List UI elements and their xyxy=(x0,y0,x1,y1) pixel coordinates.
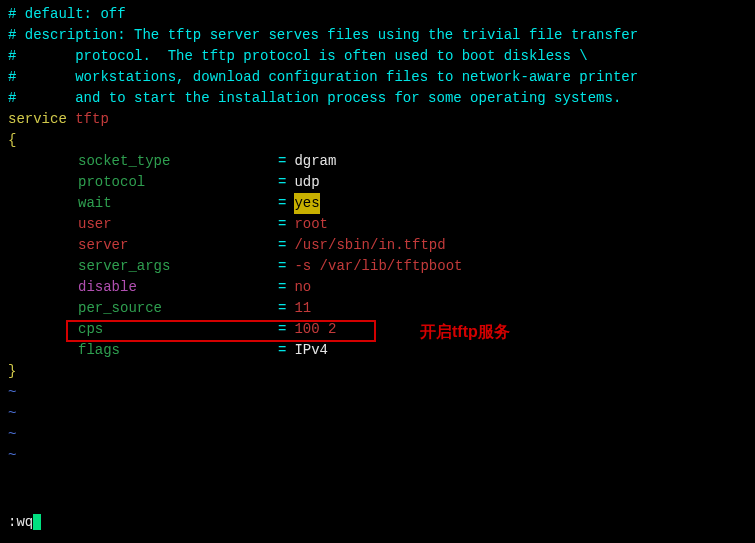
config-row-socket-type: socket_type=dgram xyxy=(8,151,747,172)
vim-tilde: ~ xyxy=(8,403,747,424)
config-row-wait: wait=yes xyxy=(8,193,747,214)
config-value: 100 2 xyxy=(294,319,336,340)
config-value: root xyxy=(294,214,328,235)
equals-sign: = xyxy=(278,277,286,298)
config-row-cps: cps=100 2 xyxy=(8,319,747,340)
config-row-flags: flags=IPv4 xyxy=(8,340,747,361)
config-row-server: server=/usr/sbin/in.tftpd xyxy=(8,235,747,256)
config-row-user: user=root xyxy=(8,214,747,235)
config-key: disable xyxy=(78,277,278,298)
vim-tilde: ~ xyxy=(8,424,747,445)
config-row-disable: disable=no xyxy=(8,277,747,298)
config-value: dgram xyxy=(294,151,336,172)
brace-close: } xyxy=(8,361,747,382)
equals-sign: = xyxy=(278,235,286,256)
vim-tilde: ~ xyxy=(8,445,747,466)
equals-sign: = xyxy=(278,256,286,277)
service-header: service tftp xyxy=(8,109,747,130)
equals-sign: = xyxy=(278,151,286,172)
config-value: /usr/sbin/in.tftpd xyxy=(294,235,445,256)
config-value: 11 xyxy=(294,298,311,319)
equals-sign: = xyxy=(278,172,286,193)
config-key: cps xyxy=(78,319,278,340)
comment-line: # default: off xyxy=(8,4,747,25)
vim-command-line[interactable]: :wq xyxy=(8,512,41,533)
equals-sign: = xyxy=(278,319,286,340)
config-key: protocol xyxy=(78,172,278,193)
config-value: udp xyxy=(294,172,319,193)
brace-open: { xyxy=(8,130,747,151)
config-key: wait xyxy=(78,193,278,214)
comment-line: # description: The tftp server serves fi… xyxy=(8,25,747,46)
equals-sign: = xyxy=(278,340,286,361)
config-row-protocol: protocol=udp xyxy=(8,172,747,193)
config-row-per-source: per_source=11 xyxy=(8,298,747,319)
config-key: flags xyxy=(78,340,278,361)
config-key: per_source xyxy=(78,298,278,319)
cursor xyxy=(33,514,41,530)
config-key: user xyxy=(78,214,278,235)
config-key: server xyxy=(78,235,278,256)
config-value: -s /var/lib/tftpboot xyxy=(294,256,462,277)
vim-tilde: ~ xyxy=(8,382,747,403)
config-key: server_args xyxy=(78,256,278,277)
equals-sign: = xyxy=(278,214,286,235)
comment-line: # workstations, download configuration f… xyxy=(8,67,747,88)
config-value: yes xyxy=(294,193,319,214)
equals-sign: = xyxy=(278,193,286,214)
config-key: socket_type xyxy=(78,151,278,172)
comment-line: # and to start the installation process … xyxy=(8,88,747,109)
config-value: no xyxy=(294,277,311,298)
config-row-server-args: server_args=-s /var/lib/tftpboot xyxy=(8,256,747,277)
equals-sign: = xyxy=(278,298,286,319)
comment-line: # protocol. The tftp protocol is often u… xyxy=(8,46,747,67)
config-value: IPv4 xyxy=(294,340,328,361)
